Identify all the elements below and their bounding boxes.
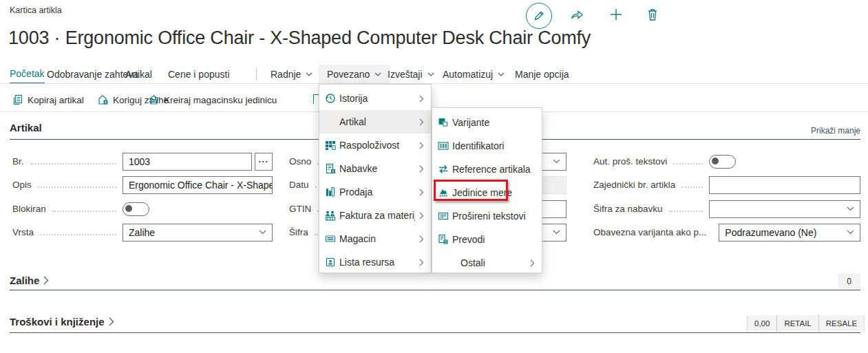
sifra-za-nabavku-select[interactable]	[709, 200, 860, 218]
tab-pocetak[interactable]: Početak	[10, 66, 45, 84]
field-row: Br. 1003 ···	[12, 152, 273, 171]
menu-item-prodaja[interactable]: Prodaja	[319, 180, 431, 204]
resource-list-icon	[325, 257, 337, 268]
field-label-opis: Opis	[12, 180, 32, 190]
menu-automatizuj[interactable]: Automatizuj	[443, 65, 505, 84]
field-label-sifra-za-nabavku: Šifra za nabavku	[593, 204, 663, 214]
chevron-down-icon	[259, 230, 266, 235]
menu-item-artikal[interactable]: Artikal	[319, 110, 431, 133]
chevron-down-icon	[306, 72, 313, 76]
blokiran-toggle[interactable]	[123, 202, 149, 216]
dot-leader	[38, 186, 116, 188]
submenu-item-reference-artikala[interactable]: Reference artikala	[432, 158, 542, 181]
chevron-down-icon	[553, 159, 560, 164]
posting-group-badge: RETAIL	[777, 315, 818, 332]
field-row: Šifra za nabavku	[593, 200, 860, 218]
assist-edit-button[interactable]: ···	[255, 153, 273, 171]
menu-izvestaji[interactable]: Izveštaji	[388, 65, 434, 84]
page-title: 1003 · Ergonomic Office Chair - X-Shaped…	[8, 28, 591, 49]
field-row: Vrsta Zalihe	[12, 223, 273, 242]
tab-artikal[interactable]: Artikal	[125, 66, 152, 83]
fasttab-artikal-title[interactable]: Artikal	[10, 122, 42, 133]
field-label-aut-pros-tekstovi: Aut. proš. tekstovi	[593, 156, 667, 167]
warehouse-unit-icon	[148, 94, 160, 105]
breadcrumb[interactable]: Kartica artikla	[10, 6, 62, 15]
fasttab-troskovi-title[interactable]: Troškovi i knjiženje	[10, 316, 114, 328]
menu-manje-opcija[interactable]: Manje opcija	[515, 65, 569, 84]
field-row: Aut. proš. tekstovi	[593, 152, 860, 171]
field-label-blokiran: Blokiran	[12, 204, 46, 214]
menu-radnje[interactable]: Radnje	[271, 65, 313, 84]
chevron-right-icon	[419, 165, 424, 173]
fasttab-zalihe-title[interactable]: Zalihe	[10, 275, 49, 286]
add-icon	[609, 8, 623, 21]
chevron-right-icon	[43, 276, 49, 285]
zalihe-section-line	[10, 290, 860, 290]
chevron-right-icon	[419, 212, 424, 220]
cost-badge: 0,00	[748, 315, 777, 332]
field-label-obavezna-varijanta: Obavezna varijanta ako p...	[593, 227, 706, 237]
menu-item-raspolozivost[interactable]: Raspoloživost	[319, 133, 431, 157]
field-label-br: Br.	[12, 156, 24, 167]
action-kopiraj-artikal[interactable]: Kopiraj artikal	[12, 93, 84, 107]
zalihe-badge: 0	[838, 273, 860, 289]
vat-group-badge: RESALE	[819, 315, 865, 332]
field-label-gtin: GTIN	[289, 204, 311, 214]
menubar-divider	[256, 68, 257, 81]
troskovi-section-line	[10, 332, 860, 333]
sales-icon	[325, 186, 337, 197]
edit-pencil-icon	[533, 10, 545, 22]
dot-leader	[40, 234, 116, 235]
menu-item-faktura-za-materijal[interactable]: Faktura za materijal	[319, 204, 431, 227]
povezano-dropdown-menu: Istorija Artikal Raspoloživost Nabavke	[319, 84, 432, 273]
share-button[interactable]	[570, 8, 584, 21]
tab-cene-i-popusti[interactable]: Cene i popusti	[168, 66, 230, 83]
chevron-right-icon	[419, 259, 424, 266]
opis-input[interactable]: Ergonomic Office Chair - X-Shaped Co	[123, 176, 273, 194]
submenu-item-identifikatori[interactable]: Identifikatori	[432, 134, 542, 158]
warehouse-icon	[325, 233, 337, 244]
submenu-item-prevodi[interactable]: Prevodi	[432, 228, 542, 251]
new-button[interactable]	[609, 8, 623, 21]
chevron-right-icon	[419, 235, 424, 243]
bom-icon	[325, 210, 337, 221]
obavezna-varijanta-select[interactable]: Podrazumevano (Ne)	[719, 224, 860, 242]
menu-item-nabavke[interactable]: Nabavke	[319, 157, 431, 180]
chevron-right-icon	[419, 118, 424, 126]
translations-icon	[438, 234, 449, 245]
dot-leader	[673, 163, 703, 164]
menu-item-magacin[interactable]: Magacin	[319, 227, 431, 250]
field-label-sifra: Šifra	[289, 227, 308, 237]
toggle-knob	[125, 205, 132, 212]
menubar-underline	[0, 83, 868, 84]
menu-item-istorija[interactable]: Istorija	[319, 87, 431, 110]
chevron-right-icon	[419, 95, 424, 103]
submenu-item-prosireni-tekstovi[interactable]: Prošireni tekstovi	[432, 204, 542, 228]
chevron-down-icon	[847, 230, 854, 235]
purchases-icon	[325, 163, 337, 174]
adjust-inventory-icon	[98, 94, 109, 105]
submenu-item-ostali[interactable]: Ostali	[432, 251, 542, 275]
delete-button[interactable]	[646, 8, 659, 21]
aut-pros-tekstovi-toggle[interactable]	[709, 155, 736, 169]
vrsta-select[interactable]: Zalihe	[123, 224, 273, 242]
chevron-right-icon	[109, 317, 114, 326]
br-input[interactable]: 1003	[123, 153, 252, 171]
show-less-link[interactable]: Prikaži manje	[811, 126, 860, 136]
menu-item-lista-resursa[interactable]: Lista resursa	[319, 250, 431, 274]
zajednicki-br-input[interactable]	[709, 176, 860, 194]
menu-povezano[interactable]: Povezano	[319, 65, 390, 84]
chevron-down-icon	[553, 230, 560, 235]
field-row: Opis Ergonomic Office Chair - X-Shaped C…	[12, 175, 273, 194]
edit-button[interactable]	[526, 3, 552, 29]
dot-leader	[52, 211, 116, 212]
chevron-down-icon	[374, 72, 381, 76]
chevron-down-icon	[427, 72, 434, 76]
submenu-item-varijante[interactable]: Varijante	[432, 111, 542, 134]
field-row: Obavezna varijanta ako p... Podrazumevan…	[593, 223, 860, 242]
item-references-icon	[438, 164, 449, 175]
action-kreiraj-magacinsku-jedinicu[interactable]: Kreiraj magacinsku jedinicu	[148, 93, 277, 107]
dot-leader	[30, 163, 116, 164]
history-icon	[325, 93, 337, 104]
chevron-right-icon	[419, 189, 424, 196]
